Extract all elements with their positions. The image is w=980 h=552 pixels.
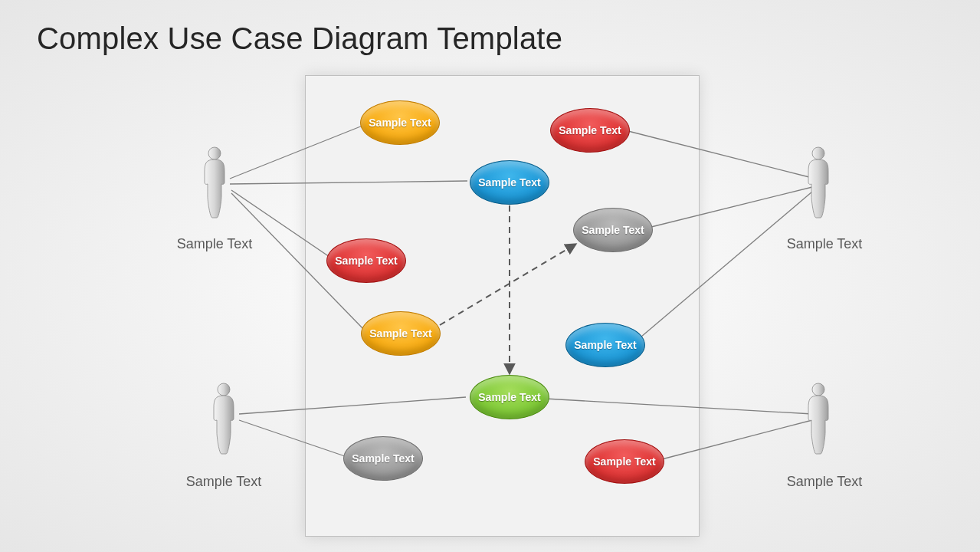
slide-title: Complex Use Case Diagram Template bbox=[37, 21, 562, 56]
person-icon bbox=[803, 146, 834, 219]
actor-bottom-left bbox=[208, 382, 239, 455]
slide: Complex Use Case Diagram Template bbox=[0, 0, 980, 552]
usecase-blue-1: Sample Text bbox=[470, 160, 549, 205]
actor-bottom-right bbox=[803, 382, 834, 455]
actor-top-right bbox=[803, 146, 834, 219]
actor-bottom-right-label: Sample Text bbox=[787, 474, 863, 490]
actor-top-left-label: Sample Text bbox=[177, 236, 253, 252]
actor-top-left bbox=[199, 146, 230, 219]
usecase-red-1: Sample Text bbox=[550, 108, 630, 153]
svg-point-3 bbox=[812, 383, 824, 396]
usecase-blue-2: Sample Text bbox=[565, 323, 645, 367]
usecase-red-2: Sample Text bbox=[326, 238, 406, 283]
svg-point-0 bbox=[208, 147, 221, 159]
person-icon bbox=[803, 382, 834, 455]
svg-point-1 bbox=[218, 383, 230, 396]
usecase-gray-1: Sample Text bbox=[573, 208, 653, 252]
person-icon bbox=[199, 146, 230, 219]
usecase-orange-2: Sample Text bbox=[361, 311, 441, 356]
svg-point-2 bbox=[812, 147, 824, 159]
actor-top-right-label: Sample Text bbox=[787, 236, 863, 252]
usecase-gray-2: Sample Text bbox=[343, 436, 423, 481]
usecase-green-1: Sample Text bbox=[470, 375, 549, 419]
person-icon bbox=[208, 382, 239, 455]
actor-bottom-left-label: Sample Text bbox=[186, 474, 262, 490]
usecase-red-3: Sample Text bbox=[585, 439, 664, 484]
usecase-orange-1: Sample Text bbox=[360, 100, 440, 145]
